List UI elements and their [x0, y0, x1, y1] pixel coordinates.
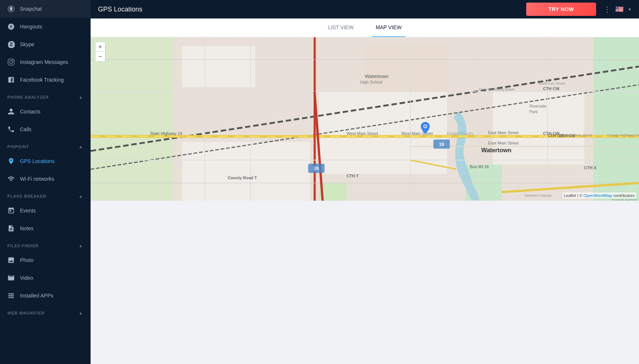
svg-text:Riverside: Riverside	[529, 104, 546, 108]
instagram-icon	[7, 58, 15, 66]
sidebar-item-calls-label: Calls	[20, 126, 31, 132]
gps-icon	[7, 157, 15, 165]
svg-text:26: 26	[314, 166, 319, 171]
wifi-icon	[7, 175, 15, 183]
contacts-icon	[7, 108, 15, 115]
sidebar-item-photo-label: Photo	[20, 257, 34, 263]
sidebar-item-installed-apps[interactable]: Installed APPs	[0, 287, 91, 305]
tab-map-view[interactable]: MAP VIEW	[372, 18, 405, 37]
sidebar-item-gps-label: GPS Locations	[20, 158, 54, 164]
section-files-finder[interactable]: FILES FINDER ▲	[0, 239, 91, 251]
svg-text:Western Avenue: Western Avenue	[525, 193, 552, 197]
tabs-bar: LIST VIEW MAP VIEW	[91, 18, 639, 37]
sidebar-item-events[interactable]: Events	[0, 202, 91, 220]
svg-text:County Highway CW: County Highway CW	[607, 133, 639, 137]
map-container[interactable]: 19 26 16 Bus WI 26 CTH CW CTH X CTH CW C…	[91, 37, 639, 201]
svg-text:19: 19	[439, 142, 444, 147]
map-svg: 19 26 16 Bus WI 26 CTH CW CTH X CTH CW C…	[91, 37, 639, 201]
sidebar-item-wifi[interactable]: Wi-Fi networks	[0, 170, 91, 188]
sidebar-item-hangouts-label: Hangouts	[20, 24, 42, 30]
svg-text:West Main Street: West Main Street	[346, 131, 378, 136]
sidebar: Snapchat Hangouts Skype Instagram Messag…	[0, 0, 91, 364]
chevron-up-icon: ▲	[78, 95, 83, 100]
chevron-up-icon-5: ▲	[78, 310, 83, 316]
section-phone-analyzer[interactable]: PHONE ANALYZER ▲	[0, 90, 91, 103]
lang-dropdown-arrow[interactable]: ▼	[628, 7, 632, 11]
hangouts-icon	[7, 23, 15, 30]
svg-text:Watertown: Watertown	[365, 74, 389, 79]
sidebar-item-gps-locations[interactable]: GPS Locations	[0, 152, 91, 170]
sidebar-item-snapchat-label: Snapchat	[20, 6, 42, 12]
sidebar-item-notes[interactable]: Notes	[0, 220, 91, 237]
installed-apps-icon	[7, 292, 15, 299]
tab-list-view[interactable]: LIST VIEW	[324, 18, 357, 37]
content-area	[91, 201, 639, 364]
section-plans-breaker-label: PLANS BREAKER	[7, 194, 46, 198]
sidebar-item-photo[interactable]: Photo	[0, 251, 91, 269]
sidebar-item-events-label: Events	[20, 208, 36, 214]
topbar-right: ⋮ 🇺🇸 ▼	[604, 5, 632, 14]
notes-icon	[7, 225, 15, 232]
sidebar-item-contacts[interactable]: Contacts	[0, 103, 91, 120]
svg-rect-1	[8, 59, 14, 65]
svg-rect-6	[593, 37, 639, 201]
svg-text:Bus WI 26: Bus WI 26	[470, 164, 489, 169]
sidebar-item-facebook[interactable]: Facebook Tracking	[0, 71, 91, 89]
page-title: GPS Locations	[98, 6, 526, 13]
sidebar-item-hangouts[interactable]: Hangouts	[0, 18, 91, 35]
svg-text:State Highway 19: State Highway 19	[150, 131, 182, 136]
video-icon	[7, 274, 15, 282]
sidebar-item-wifi-label: Wi-Fi networks	[20, 176, 54, 182]
sidebar-item-snapchat[interactable]: Snapchat	[0, 0, 91, 18]
section-plans-breaker[interactable]: PLANS BREAKER ▲	[0, 189, 91, 202]
section-pinpoint-label: PINPOINT	[7, 144, 29, 149]
facebook-icon	[7, 76, 15, 84]
snapchat-icon	[7, 5, 15, 13]
section-files-finder-label: FILES FINDER	[7, 244, 39, 248]
events-icon	[7, 207, 15, 214]
svg-text:East Spaulding Street: East Spaulding Street	[479, 87, 514, 91]
sidebar-item-calls[interactable]: Calls	[0, 120, 91, 138]
photo-icon	[7, 256, 15, 264]
sidebar-item-facebook-label: Facebook Tracking	[20, 77, 64, 83]
svg-text:Boughton Street: Boughton Street	[566, 133, 592, 137]
svg-point-2	[10, 61, 13, 64]
section-pinpoint[interactable]: PINPOINT ▲	[0, 140, 91, 152]
chevron-up-icon-3: ▲	[78, 194, 83, 199]
svg-rect-12	[493, 92, 584, 165]
svg-text:Dodge County: Dodge County	[447, 131, 473, 136]
svg-point-71	[424, 125, 426, 127]
svg-text:East Main Street: East Main Street	[488, 141, 518, 145]
svg-rect-13	[365, 46, 447, 92]
menu-dots-icon[interactable]: ⋮	[604, 5, 611, 14]
main-content: GPS Locations TRY NOW ⋮ 🇺🇸 ▼ LIST VIEW M…	[91, 0, 639, 364]
svg-text:North Ash Street: North Ash Street	[538, 81, 565, 85]
zoom-out-button[interactable]: −	[95, 52, 105, 61]
svg-rect-5	[91, 37, 173, 201]
sidebar-item-video-label: Video	[20, 275, 33, 281]
sidebar-item-notes-label: Notes	[20, 225, 34, 231]
sidebar-item-installed-apps-label: Installed APPs	[20, 293, 53, 299]
calls-icon	[7, 126, 15, 133]
map-attribution: Leaflet | © OpenStreetMap contributors	[562, 193, 636, 198]
sidebar-item-instagram-label: Instagram Messages	[20, 59, 68, 65]
svg-point-3	[13, 60, 13, 61]
flag-icon[interactable]: 🇺🇸	[615, 5, 623, 13]
svg-text:Watertown: Watertown	[481, 147, 511, 153]
svg-text:High School: High School	[360, 80, 382, 84]
map-location-pin	[421, 122, 430, 135]
map-zoom-controls: + −	[95, 42, 105, 62]
sidebar-item-skype[interactable]: Skype	[0, 35, 91, 53]
svg-text:Park: Park	[529, 109, 538, 114]
svg-text:CTH CW: CTH CW	[543, 86, 559, 91]
chevron-up-icon-2: ▲	[78, 144, 83, 149]
try-now-button[interactable]: TRY NOW	[526, 3, 596, 16]
section-web-magnifier[interactable]: WEB MAGNIFIER ▲	[0, 306, 91, 319]
topbar: GPS Locations TRY NOW ⋮ 🇺🇸 ▼	[91, 0, 639, 18]
sidebar-item-contacts-label: Contacts	[20, 109, 40, 115]
sidebar-item-instagram[interactable]: Instagram Messages	[0, 53, 91, 71]
section-web-magnifier-label: WEB MAGNIFIER	[7, 311, 45, 315]
zoom-in-button[interactable]: +	[95, 42, 105, 52]
skype-icon	[7, 41, 15, 48]
sidebar-item-video[interactable]: Video	[0, 269, 91, 287]
